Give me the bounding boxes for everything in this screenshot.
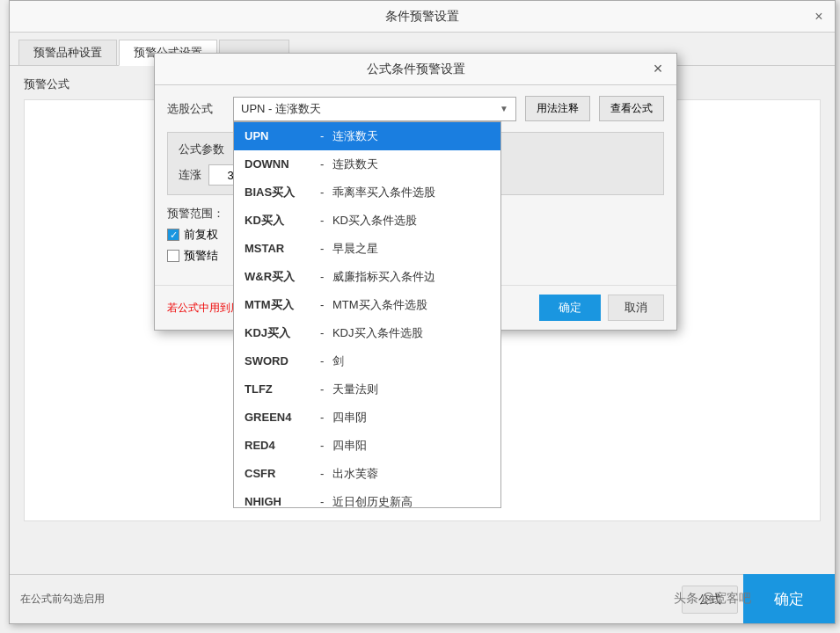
dialog-btn-row: 确定 取消 [539,295,664,321]
dropdown-item[interactable]: MSTAR- 早晨之星 [234,235,500,263]
dropdown-item[interactable]: MTM买入- MTM买入条件选股 [234,291,500,319]
checkbox-yujing[interactable] [167,250,179,262]
checkbox-fuquan[interactable]: ✓ [167,229,179,241]
dropdown-item[interactable]: UPN- 连涨数天 [234,122,500,150]
inner-cancel-btn[interactable]: 取消 [608,295,664,321]
outer-titlebar: 条件预警设置 × [10,1,835,33]
formula-dropdown: UPN- 连涨数天DOWNN- 连跌数天BIAS买入- 乖离率买入条件选股KD买… [233,121,501,508]
usage-btn[interactable]: 用法注释 [525,96,590,121]
formula-row: 选股公式 UPN - 连涨数天 UPN- 连涨数天DOWNN- 连跌数天BIAS… [167,96,664,121]
checkbox-item-yujing: 预警结 [167,248,218,264]
inner-body: 选股公式 UPN - 连涨数天 UPN- 连涨数天DOWNN- 连跌数天BIAS… [155,85,676,285]
param-label: 连涨 [179,167,201,183]
tab-alert-variety[interactable]: 预警品种设置 [18,40,117,65]
formula-label: 选股公式 [167,101,224,117]
outer-title: 条件预警设置 [385,9,459,25]
view-formula-btn[interactable]: 查看公式 [599,96,664,121]
dropdown-item[interactable]: BIAS买入- 乖离率买入条件选股 [234,178,500,207]
dropdown-item[interactable]: RED4- 四串阳 [234,432,500,460]
check-icon: ✓ [170,229,178,241]
inner-dialog: 公式条件预警设置 × 选股公式 UPN - 连涨数天 UPN- 连涨数天DOWN… [154,53,677,331]
formula-select-wrapper: UPN - 连涨数天 UPN- 连涨数天DOWNN- 连跌数天BIAS买入- 乖… [233,97,516,121]
formula-select[interactable]: UPN - 连涨数天 [233,97,516,121]
inner-titlebar: 公式条件预警设置 × [155,54,676,85]
dropdown-item[interactable]: W&R买入- 威廉指标买入条件边 [234,263,500,291]
watermark: 头条 @宽客吧 [674,574,751,623]
dropdown-item[interactable]: KDJ买入- KDJ买入条件选股 [234,319,500,347]
outer-footer-text: 在公式前勾选启用 [20,592,105,607]
outer-close-button[interactable]: × [810,8,828,25]
inner-confirm-btn[interactable]: 确定 [539,295,601,321]
dropdown-item[interactable]: NHIGH- 近日创历史新高 [234,488,500,508]
dropdown-item[interactable]: DOWNN- 连跌数天 [234,150,500,178]
dropdown-item[interactable]: SWORD- 剑 [234,347,500,375]
dropdown-item[interactable]: CSFR- 出水芙蓉 [234,460,500,488]
dropdown-item[interactable]: GREEN4- 四串阴 [234,404,500,432]
inner-close-button[interactable]: × [648,60,668,79]
checkbox-fuquan-label: 前复权 [184,227,218,243]
checkbox-item-fuquan: ✓ 前复权 [167,227,218,243]
checkbox-yujing-label: 预警结 [184,248,218,264]
dropdown-item[interactable]: TLFZ- 天量法则 [234,375,500,404]
outer-big-confirm-btn[interactable]: 确定 [743,574,835,623]
inner-title: 公式条件预警设置 [367,62,465,77]
dropdown-item[interactable]: KD买入- KD买入条件选股 [234,207,500,235]
